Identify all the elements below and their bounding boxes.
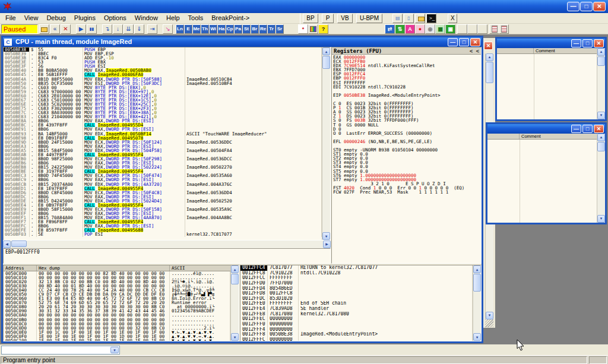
toolbar-pane-button-cp[interactable]: Cp bbox=[226, 24, 234, 34]
dump-column-headers[interactable]: Address Hex dump ASCII bbox=[4, 265, 239, 271]
toolbar-pane-button-ln[interactable]: Ln bbox=[176, 24, 184, 34]
toolbar-empty-button[interactable] bbox=[457, 24, 467, 34]
dump-row[interactable]: 0050C0A000 00 00 00 00 00 00 00 00 00 00… bbox=[4, 313, 230, 317]
dump-header-ascii[interactable]: ASCII bbox=[170, 265, 239, 271]
scroll-up-button[interactable]: ▲ bbox=[597, 134, 605, 141]
stack-row[interactable]: 0012FFD80012FFC8 bbox=[240, 291, 473, 296]
disasm-row[interactable]: 0050BE50.8B35 DCF35000MOV ESI,DWORD PTR … bbox=[4, 81, 322, 86]
disassembly-vscrollbar[interactable]: ▲ ▼ bbox=[322, 48, 330, 240]
step-over-button[interactable]: ⇓ bbox=[134, 24, 144, 34]
menu-item-tools[interactable]: Tools bbox=[184, 13, 208, 24]
window-green-icon[interactable]: ▣ bbox=[445, 24, 455, 34]
sync-updown-icon[interactable]: ⇅ bbox=[395, 24, 405, 34]
disasm-row[interactable]: 0050BEFE.E8 8597F8FFCALL ImageRed.004956… bbox=[4, 228, 322, 232]
comment-window-middle-scrollbar[interactable]: ▲ ▼ bbox=[597, 134, 605, 223]
dump-row[interactable]: 0050C0D000 00 00 00 00 00 00 00 00 00 00… bbox=[4, 326, 230, 330]
disasm-row[interactable]: 0050BEA5.8B15 584F5000MOV EDX,DWORD PTR … bbox=[4, 148, 322, 153]
registers-header-buttons[interactable]: < < bbox=[470, 48, 479, 55]
toolbar-pane-button-st[interactable]: St bbox=[242, 24, 251, 34]
dump-row[interactable]: 0050C02032 13 8B C0 02 00 8B C0 00 8D 40… bbox=[4, 280, 230, 284]
disasm-row[interactable]: 0050BECB.8B15 20374A00MOV EDX,DWORD PTR … bbox=[4, 182, 322, 186]
dump-row[interactable]: 0050C09030 31 32 33 34 35 36 37 38 39 41… bbox=[4, 309, 230, 313]
trace-into-button[interactable]: ↴ bbox=[102, 24, 112, 34]
disasm-row[interactable]: 0050BE38$55PUSH EBP bbox=[4, 48, 322, 52]
scroll-up-button[interactable]: ▲ bbox=[486, 53, 493, 61]
disasm-row[interactable]: 0050BE56.C603 00MOV BYTE PTR DS:[EBX],0 bbox=[4, 86, 322, 90]
column-header-blank[interactable] bbox=[487, 134, 520, 139]
menu-item-breakpoint[interactable]: BreakPoint-> bbox=[207, 13, 254, 24]
toolbar-pane-button-pa[interactable]: Pa bbox=[234, 24, 242, 34]
toolbar-pane-button-me[interactable]: Me bbox=[192, 24, 201, 34]
disasm-row[interactable]: 0050BE67.C683 C5010000 00MOV BYTE PTR DS… bbox=[4, 98, 322, 102]
close-button[interactable]: ✕ bbox=[593, 2, 606, 11]
comment-window-middle-headers[interactable]: Comment bbox=[487, 134, 605, 140]
plugin-close-button[interactable]: X bbox=[448, 14, 457, 23]
disassembly-hscrollbar[interactable]: ◀ ▶ bbox=[3, 240, 331, 248]
maximize-button[interactable]: □ bbox=[582, 125, 593, 133]
stack-row[interactable]: 0012FFC87C910228ntdll.7C910228 bbox=[240, 271, 473, 276]
scroll-thumb[interactable] bbox=[473, 274, 481, 292]
close-button[interactable]: ✕ bbox=[594, 125, 604, 133]
dump-row[interactable]: 0050C01000 00 00 00 00 00 00 00 00 00 00… bbox=[4, 276, 230, 280]
menu-item-window[interactable]: Window bbox=[131, 13, 162, 24]
stack-row[interactable]: 0012FFE87C817080kernel32.7C817080 bbox=[240, 312, 473, 317]
scroll-right-button[interactable]: ▶ bbox=[323, 240, 331, 248]
disasm-row[interactable]: 0050BEF7.E8 F896F8FFCALL ImageRed.004955… bbox=[4, 220, 322, 224]
disasm-row[interactable]: 0050BE60.C683 2E010000 00MOV BYTE PTR DS… bbox=[4, 94, 322, 98]
disasm-row[interactable]: 0050BEAB.E8 4497F8FFCALL ImageRed.004955… bbox=[4, 153, 322, 157]
scroll-up-button[interactable]: ▲ bbox=[597, 48, 605, 56]
assemble-icon[interactable]: A bbox=[405, 24, 415, 34]
register-line[interactable]: EIP 0050BE38 ImageRed.<ModuleEntryPoint> bbox=[333, 93, 480, 97]
scroll-down-button[interactable]: ▼ bbox=[473, 333, 481, 341]
dump-row[interactable]: 0050C0F01E 00 1F 00 1E 00 1F 00 1F 00 1D… bbox=[4, 334, 230, 338]
dump-row[interactable]: 0050C03000 8D 40 00 01 8D 40 00 00 00 00… bbox=[4, 284, 230, 288]
step-into-button[interactable]: ⇊ bbox=[124, 24, 134, 34]
log-list-icon-2[interactable] bbox=[499, 24, 509, 34]
scroll-thumb[interactable] bbox=[486, 62, 493, 83]
disasm-row[interactable]: 0050BED1.E8 1E97F8FFCALL ImageRed.004955… bbox=[4, 186, 322, 191]
disasm-row[interactable]: 0050BE59.C683 97000000 00MOV BYTE PTR DS… bbox=[4, 90, 322, 94]
scroll-thumb[interactable] bbox=[597, 56, 605, 66]
help-icon[interactable]: ? bbox=[318, 24, 328, 34]
disasm-row[interactable]: 0050BE7C.C683 8A030000 00MOV BYTE PTR DS… bbox=[4, 110, 322, 115]
dump-row[interactable]: 0050C1001F 00 1E 00 1F 00 1E 00 1F 00 1F… bbox=[4, 338, 230, 341]
register-line[interactable]: T 0 GS 0000 NULL bbox=[333, 123, 480, 127]
column-header-blank[interactable] bbox=[497, 48, 534, 53]
disasm-row[interactable]: 0050BEFC.8B06MOV EAX,DWORD PTR DS:[ESI] bbox=[4, 224, 322, 228]
toolbar-pane-button-sr[interactable]: Sr bbox=[276, 24, 284, 34]
dump-header-address[interactable]: Address bbox=[4, 265, 37, 271]
dump-row[interactable]: 0050C08020 20 61 74 20 30 30 30 30 30 30… bbox=[4, 305, 230, 309]
comment-window-top-scrollbar[interactable]: ▲ ▼ bbox=[597, 48, 605, 119]
stack-row[interactable]: 0012FFD48054B6ED bbox=[240, 286, 473, 292]
disasm-row[interactable]: 0050BE9D.8B0D 24F15000MOV ECX,DWORD PTR … bbox=[4, 140, 322, 144]
log-list-icon[interactable] bbox=[489, 24, 499, 34]
disasm-row[interactable]: 0050BE3B.83C4 F0ADD ESP,-10 bbox=[4, 56, 322, 60]
scroll-thumb[interactable] bbox=[11, 240, 27, 247]
disasm-row[interactable]: 0050BE8A.8B06MOV EAX,DWORD PTR DS:[ESI] bbox=[4, 119, 322, 123]
dump-header-hex[interactable]: Hex dump bbox=[37, 265, 170, 271]
stack-vscrollbar[interactable]: ▲ ▼ bbox=[473, 265, 481, 341]
command-combobox[interactable]: ▼ bbox=[1, 346, 120, 354]
patch-grid-icon[interactable]: ▦ bbox=[435, 24, 445, 34]
cpu-close-button[interactable]: ✕ bbox=[470, 38, 480, 46]
disasm-row[interactable]: 0050BE83.C683 21040000 00MOV BYTE PTR DS… bbox=[4, 115, 322, 119]
stack-row[interactable]: 0012FFEC00000000 bbox=[240, 316, 473, 322]
document-icon[interactable]: ▯ bbox=[404, 14, 414, 23]
stack-row[interactable]: 0012FFE47C839AD8SE handler bbox=[240, 306, 473, 312]
column-header-comment[interactable]: Comment bbox=[520, 134, 605, 139]
scroll-thumb[interactable] bbox=[231, 274, 239, 284]
scroll-left-button[interactable]: ◀ bbox=[3, 240, 11, 248]
background-window-close-button[interactable]: ✕ bbox=[484, 42, 493, 50]
stack-row[interactable]: 0012FFFC00000000 bbox=[240, 337, 473, 341]
close-program-button[interactable]: ✕ bbox=[61, 24, 71, 34]
disasm-row[interactable]: 0050BEE9.8B0D 58F15000MOV ECX,DWORD PTR … bbox=[4, 207, 322, 211]
disasm-row[interactable]: 0050BEBE.E8 3197F8FFCALL ImageRed.004955… bbox=[4, 169, 322, 173]
disasm-row[interactable]: 0050BEC9.8B06MOV EAX,DWORD PTR DS:[ESI] bbox=[4, 178, 322, 182]
menu-item-debug[interactable]: Debug bbox=[42, 13, 69, 24]
disasm-row[interactable]: 0050BE98.E8 DB91F8FFCALL ImageRed.004950… bbox=[4, 136, 322, 140]
stack-row[interactable]: 0012FFF400000000 bbox=[240, 327, 473, 333]
disasm-row[interactable]: 0050BE4A.8B1D 88F55000MOV EBX,DWORD PTR … bbox=[4, 77, 322, 81]
close-button[interactable]: ✕ bbox=[594, 39, 604, 48]
appearance-icon[interactable] bbox=[308, 24, 318, 34]
comment-window-top-headers[interactable]: Comment bbox=[497, 48, 605, 54]
